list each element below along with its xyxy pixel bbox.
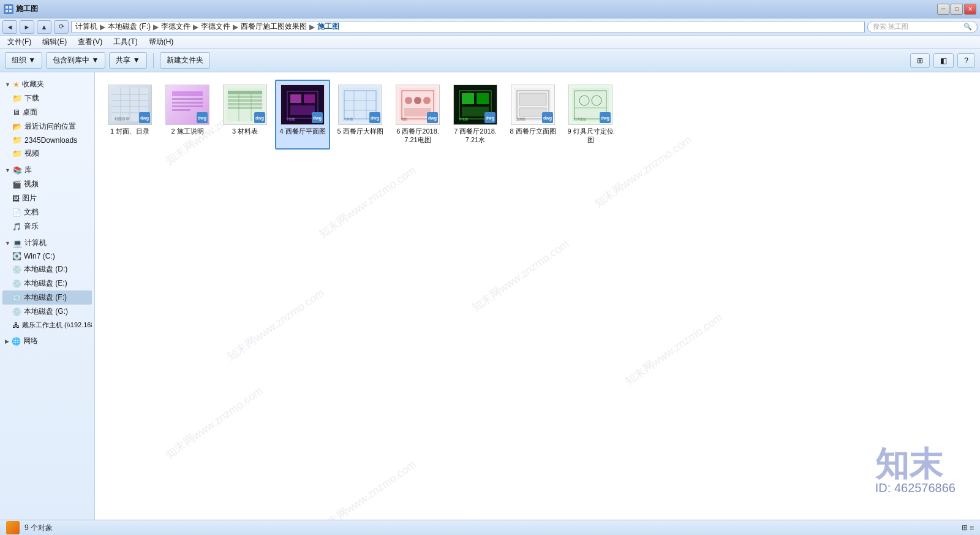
svg-rect-18: [172, 109, 190, 111]
file-thumb-9: 灯具定位 dwg: [568, 85, 612, 125]
status-left: 9 个对象: [6, 521, 53, 534]
sidebar-item-desktop[interactable]: 🖥 桌面: [2, 105, 92, 120]
file-label-2: 2 施工说明: [171, 127, 203, 135]
svg-rect-1: [9, 6, 12, 9]
help-button[interactable]: ?: [957, 53, 975, 68]
sidebar-item-videos[interactable]: 🎬 视频: [2, 177, 92, 191]
sidebar-item-network-share[interactable]: 🖧 戴乐工作主机 (\\192.168...: [2, 319, 92, 332]
file-thumb-2: dwg: [165, 85, 209, 125]
computer-arrow: ▼: [5, 240, 10, 246]
file-item-7[interactable]: 水电图 dwg 7 西餐厅2018.7.21水: [448, 80, 503, 150]
content-area: 知末网www.znzmo.com 知末网www.znzmo.com 知末网www…: [95, 72, 980, 520]
path-computer: 计算机: [75, 21, 97, 32]
file-item-6[interactable]: 电图 dwg 6 西餐厅2018.7.21电图: [390, 80, 445, 150]
svg-rect-23: [228, 103, 262, 105]
file-label-1: 1 封面、目录: [110, 127, 149, 135]
svg-text:大样图: 大样图: [344, 117, 353, 121]
sidebar-item-f[interactable]: 💿 本地磁盘 (F:): [2, 290, 92, 305]
menu-file[interactable]: 文件(F): [2, 36, 36, 48]
include-button[interactable]: 包含到库中 ▼: [46, 52, 105, 69]
svg-rect-0: [6, 6, 8, 9]
file-item-4[interactable]: 平面图 dwg 4 西餐厅平面图: [275, 80, 330, 150]
help-icon: ?: [964, 56, 968, 65]
address-bar: ◄ ► ▲ ⟳ 计算机 ▶ 本地磁盘 (F:) ▶ 李德文件 ▶ 李德文件 ▶ …: [0, 18, 980, 36]
back-button[interactable]: ◄: [2, 20, 17, 34]
window-title: 施工图: [16, 4, 38, 14]
new-folder-label: 新建文件夹: [167, 55, 203, 66]
drive-g-icon: 💿: [12, 308, 21, 316]
sidebar-item-music[interactable]: 🎵 音乐: [2, 219, 92, 233]
view-toggle-button[interactable]: ⊞: [910, 53, 930, 68]
sidebar-label-downloads: 下载: [24, 93, 39, 104]
network-header[interactable]: ▶ 🌐 网络: [2, 334, 92, 348]
file-item-1[interactable]: 封面目录 dwg 1 封面、目录: [102, 80, 157, 150]
address-path[interactable]: 计算机 ▶ 本地磁盘 (F:) ▶ 李德文件 ▶ 李德文件 ▶ 西餐厅施工图效果…: [71, 21, 865, 33]
favorites-label: 收藏夹: [22, 79, 44, 89]
sidebar-item-recent[interactable]: 📂 最近访问的位置: [2, 120, 92, 134]
svg-rect-49: [462, 93, 474, 104]
search-placeholder: 搜索 施工图: [873, 22, 908, 31]
file-thumb-3: dwg: [223, 85, 267, 125]
favorites-arrow: ▼: [5, 82, 10, 88]
file-item-5[interactable]: 大样图 dwg 5 西餐厅大样图: [333, 80, 388, 150]
view-icon: ⊞: [917, 56, 923, 65]
dwg-badge-5: dwg: [369, 112, 380, 123]
network-icon: 🌐: [12, 337, 21, 346]
sidebar-item-pictures[interactable]: 🖼 图片: [2, 191, 92, 205]
status-count: 9 个对象: [24, 523, 53, 533]
forward-button[interactable]: ►: [20, 20, 34, 34]
organize-button[interactable]: 组织 ▼: [5, 52, 42, 69]
window-controls[interactable]: ─ □ ✕: [937, 4, 976, 15]
picture-icon: 🖼: [12, 194, 20, 203]
brand-text: 知末: [875, 447, 956, 481]
share-button[interactable]: 共享 ▼: [109, 52, 146, 69]
svg-text:立面图: 立面图: [516, 117, 526, 121]
menu-edit[interactable]: 编辑(E): [37, 36, 72, 48]
music-icon: 🎵: [12, 222, 21, 231]
sidebar-label-2345: 2345Downloads: [24, 136, 77, 145]
toolbar: 组织 ▼ 包含到库中 ▼ 共享 ▼ 新建文件夹 ⊞ ◧ ?: [0, 49, 980, 72]
sidebar-item-e[interactable]: 💿 本地磁盘 (E:): [2, 276, 92, 290]
file-item-9[interactable]: 灯具定位 dwg 9 灯具尺寸定位图: [563, 80, 618, 150]
file-item-2[interactable]: dwg 2 施工说明: [160, 80, 215, 150]
minimize-button[interactable]: ─: [937, 4, 949, 15]
close-button[interactable]: ✕: [964, 4, 976, 15]
maximize-button[interactable]: □: [951, 4, 963, 15]
sidebar-item-c[interactable]: 💽 Win7 (C:): [2, 250, 92, 262]
svg-rect-2: [6, 10, 8, 12]
favorites-section: ▼ ★ 收藏夹 📁 下载 🖥 桌面 📂 最近访问的位置 📁 2345Downlo…: [2, 77, 92, 161]
svg-rect-17: [172, 105, 203, 107]
organize-label: 组织 ▼: [12, 55, 36, 66]
sidebar-item-g[interactable]: 💿 本地磁盘 (G:): [2, 305, 92, 319]
library-header[interactable]: ▼ 📚 库: [2, 163, 92, 177]
path-folder3: 西餐厅施工图效果图: [241, 21, 307, 32]
favorites-header[interactable]: ▼ ★ 收藏夹: [2, 77, 92, 91]
computer-header[interactable]: ▼ 💻 计算机: [2, 236, 92, 250]
svg-rect-24: [228, 107, 262, 109]
sidebar-item-documents[interactable]: 📄 文档: [2, 205, 92, 219]
brand-watermark: 知末 ID: 462576866: [875, 447, 956, 495]
dwg-badge-6: dwg: [427, 112, 438, 123]
menu-tools[interactable]: 工具(T): [108, 36, 142, 48]
sidebar-item-video1[interactable]: 📁 视频: [2, 146, 92, 161]
sidebar-item-downloads[interactable]: 📁 下载: [2, 91, 92, 105]
new-folder-button[interactable]: 新建文件夹: [160, 52, 210, 69]
folder-icon-2345: 📁: [12, 135, 22, 145]
file-label-5: 5 西餐厅大样图: [337, 127, 383, 135]
network-arrow: ▶: [5, 338, 9, 344]
dwg-badge-4: dwg: [312, 112, 323, 123]
dwg-badge-2: dwg: [197, 112, 208, 123]
file-item-3[interactable]: dwg 3 材料表: [217, 80, 273, 150]
menu-view[interactable]: 查看(V): [73, 36, 107, 48]
search-box[interactable]: 搜索 施工图 🔍: [867, 21, 978, 33]
sidebar-item-2345[interactable]: 📁 2345Downloads: [2, 134, 92, 146]
menu-help[interactable]: 帮助(H): [144, 36, 179, 48]
sidebar-item-d[interactable]: 💿 本地磁盘 (D:): [2, 262, 92, 276]
svg-point-44: [423, 97, 431, 104]
svg-text:灯具定位: 灯具定位: [574, 117, 586, 121]
up-button[interactable]: ▲: [37, 20, 51, 34]
refresh-button[interactable]: ⟳: [54, 20, 69, 34]
preview-button[interactable]: ◧: [933, 53, 954, 68]
status-icon: [6, 521, 20, 534]
file-item-8[interactable]: 立面图 dwg 8 西餐厅立面图: [505, 80, 560, 150]
